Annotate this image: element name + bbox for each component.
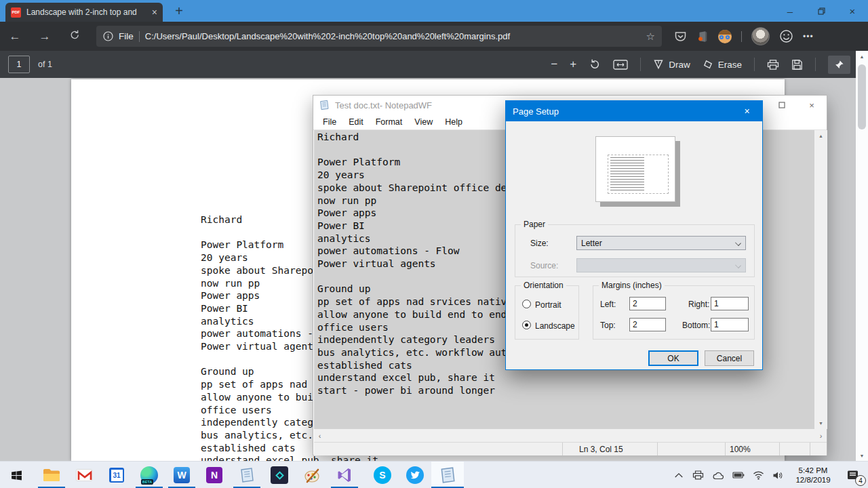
portrait-radio[interactable] <box>522 300 531 308</box>
taskbar-file-explorer[interactable] <box>35 462 68 488</box>
pin-toolbar-button[interactable] <box>828 56 850 74</box>
edge-titlebar: PDF Landscape with 2-inch top and le × +… <box>0 0 868 22</box>
fit-width-icon[interactable] <box>613 60 628 70</box>
tray-expand-chevron-icon[interactable] <box>670 472 688 479</box>
notepad-vertical-scrollbar[interactable]: ▲ ▼ <box>814 130 827 429</box>
scroll-down-icon[interactable]: ▼ <box>856 450 868 461</box>
menu-view[interactable]: View <box>408 117 439 127</box>
emoji-extension-icon[interactable] <box>718 30 732 43</box>
print-icon[interactable] <box>767 59 779 70</box>
scroll-right-icon[interactable]: › <box>815 429 827 442</box>
favorite-star-icon[interactable]: ☆ <box>646 30 655 43</box>
scrollbar-thumb[interactable] <box>858 64 866 129</box>
address-field[interactable]: File C:/Users/Paul/Desktop/Landscape%20w… <box>96 26 662 47</box>
volume-icon[interactable] <box>768 471 788 480</box>
menu-help[interactable]: Help <box>439 117 469 127</box>
draw-button[interactable]: Draw <box>653 59 690 70</box>
ok-button[interactable]: OK <box>648 350 698 366</box>
profile-avatar[interactable] <box>751 27 770 45</box>
left-margin-input[interactable] <box>629 297 666 310</box>
zoom-in-button[interactable]: + <box>570 58 576 71</box>
taskbar-clock[interactable]: 5:42 PM 12/8/2019 <box>788 466 838 485</box>
page-preview-text-lines <box>610 157 644 192</box>
close-window-button[interactable]: × <box>837 0 868 22</box>
portrait-label[interactable]: Portrait <box>535 300 561 310</box>
settings-more-icon[interactable]: ••• <box>803 32 814 41</box>
notepad-close-button[interactable]: × <box>797 96 827 115</box>
taskbar-edge-beta[interactable]: BETA <box>133 462 165 488</box>
landscape-radio[interactable] <box>522 321 531 329</box>
start-button[interactable] <box>0 462 33 488</box>
erase-button[interactable]: Erase <box>703 59 742 70</box>
minimize-button[interactable]: – <box>774 0 806 22</box>
taskbar-word[interactable]: W <box>165 462 198 488</box>
taskbar-google-calendar[interactable]: 31 <box>100 462 133 488</box>
edge-scrollbar[interactable]: ▲ ▼ <box>856 51 868 461</box>
pocket-extension-icon[interactable] <box>674 30 687 43</box>
taskbar-dark-dev-app[interactable] <box>263 462 296 488</box>
battery-icon[interactable] <box>728 471 749 479</box>
save-icon[interactable] <box>791 59 803 70</box>
menu-file[interactable]: File <box>317 117 342 127</box>
scroll-up-icon[interactable]: ▲ <box>856 51 868 62</box>
wifi-icon[interactable] <box>749 470 768 480</box>
notepad-text: Richard Power Platform 20 years spoke ab… <box>317 131 507 397</box>
taskbar-paint[interactable] <box>296 462 328 488</box>
printer-tray-icon[interactable] <box>688 470 708 481</box>
tab-close-icon[interactable]: × <box>152 7 157 18</box>
top-margin-input[interactable] <box>629 318 666 331</box>
browser-tab[interactable]: PDF Landscape with 2-inch top and le × <box>5 3 163 22</box>
cursor-position-status: Ln 3, Col 15 <box>562 443 657 455</box>
bottom-margin-input[interactable] <box>711 318 749 331</box>
feedback-smiley-icon[interactable] <box>779 29 793 43</box>
dialog-titlebar[interactable]: Page Setup <box>506 101 762 121</box>
scroll-down-icon[interactable]: ▼ <box>814 418 827 429</box>
taskbar-skype[interactable]: S <box>366 462 399 488</box>
extensions-divider <box>741 31 742 42</box>
taskbar-onenote[interactable]: N <box>198 462 231 488</box>
restore-icon <box>818 7 825 15</box>
scroll-up-icon[interactable]: ▲ <box>814 130 827 142</box>
rotate-icon[interactable] <box>589 58 601 70</box>
menu-edit[interactable]: Edit <box>342 117 370 127</box>
menu-format[interactable]: Format <box>370 117 409 127</box>
notepad-horizontal-scrollbar[interactable]: ‹ › <box>314 429 827 442</box>
margins-group-label: Margins (inches) <box>599 281 665 290</box>
page-count-label: of 1 <box>38 60 52 69</box>
paper-size-dropdown[interactable]: Letter <box>576 236 746 250</box>
chevron-down-icon <box>735 262 741 268</box>
page-setup-dialog: Page Setup × Paper Size: Letter Source: … <box>505 100 763 370</box>
taskbar-gmail[interactable] <box>68 462 100 488</box>
cancel-button[interactable]: Cancel <box>705 350 754 366</box>
taskbar-notepadwf-active[interactable] <box>431 462 464 488</box>
forward-icon[interactable]: → <box>30 30 60 43</box>
notepad-statusbar: Ln 3, Col 15 100% <box>314 442 827 455</box>
right-margin-label: Right: <box>688 300 709 309</box>
file-scheme-label: File <box>119 31 134 41</box>
taskbar-visual-studio[interactable] <box>328 462 361 488</box>
onedrive-cloud-icon[interactable] <box>708 470 728 480</box>
dialog-close-icon[interactable]: × <box>732 101 762 121</box>
right-margin-input[interactable] <box>711 297 749 310</box>
page-number-input[interactable]: 1 <box>8 56 30 73</box>
restore-button[interactable] <box>806 0 837 22</box>
taskbar-notepad[interactable] <box>231 462 263 488</box>
edge-beta-icon: BETA <box>140 466 158 484</box>
taskbar-twitter[interactable] <box>399 462 431 488</box>
chevron-down-icon <box>735 240 741 246</box>
notepad-maximize-button[interactable] <box>767 96 797 115</box>
action-center-button[interactable]: 4 <box>838 462 868 488</box>
landscape-label[interactable]: Landscape <box>535 321 575 331</box>
zoom-out-button[interactable]: − <box>551 58 557 71</box>
new-tab-button[interactable]: + <box>170 1 189 20</box>
onenote-clipper-extension-icon[interactable] <box>696 30 709 43</box>
dark-dev-app-icon <box>271 466 288 484</box>
notepad-icon <box>239 467 255 483</box>
refresh-icon[interactable] <box>60 29 90 44</box>
url-text[interactable]: C:/Users/Paul/Desktop/Landscape%20with%2… <box>145 31 641 41</box>
back-icon[interactable]: ← <box>0 30 30 43</box>
margins-group: Margins (inches) Left: Right: Top: Botto… <box>593 285 755 340</box>
notepad-window-title: Test doc.txt- NotepadWF <box>335 100 432 110</box>
info-icon[interactable] <box>103 31 113 41</box>
scroll-left-icon[interactable]: ‹ <box>314 429 326 442</box>
